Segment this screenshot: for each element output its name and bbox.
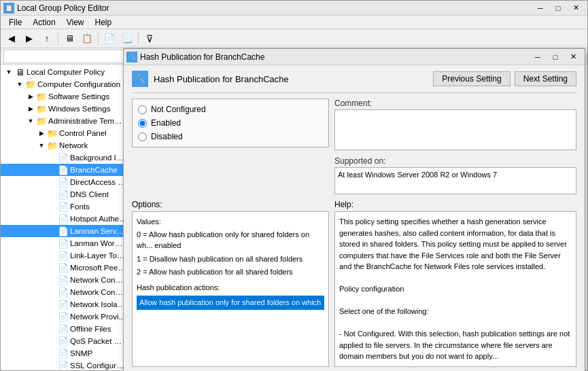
tree-item-fonts[interactable]: 📄 Fonts: [1, 200, 126, 213]
dialog-row2: Values: 0 = Allow hash publication only …: [132, 211, 576, 367]
dialog-maximize-button[interactable]: □: [547, 50, 564, 65]
menu-file[interactable]: File: [3, 16, 27, 29]
menu-action[interactable]: Action: [27, 16, 60, 29]
filter-button[interactable]: ⊽: [141, 31, 158, 46]
tree-item-ssl[interactable]: 📄 SSL Configura...: [1, 359, 126, 370]
folder-icon: 📄: [58, 336, 69, 347]
options-line-0: 0 = Allow hash publication only for shar…: [137, 229, 324, 251]
toolbar-separator-1: [58, 33, 58, 45]
folder-icon: 📄: [58, 201, 69, 212]
tree-item-software-settings[interactable]: ▶ 📁 Software Settings: [1, 90, 126, 103]
options-label: Options:: [132, 200, 329, 209]
tree-item-branch-cache[interactable]: 📄 BranchCache: [1, 164, 126, 176]
minimize-button[interactable]: ─: [532, 1, 549, 16]
tree-item-hotspot[interactable]: 📄 Hotspot Authe...: [1, 213, 126, 225]
tree-panel: ▼ 🖥 Local Computer Policy ▼ 📁 Computer C…: [1, 65, 126, 370]
radio-not-configured-label[interactable]: Not Configured: [151, 105, 206, 114]
tree-item-dns-client[interactable]: 📄 DNS Client: [1, 188, 126, 200]
tree-item-lanman-server[interactable]: 📄 Lanman Serve...: [1, 225, 126, 237]
tree-item-local-computer-policy[interactable]: ▼ 🖥 Local Computer Policy: [1, 66, 126, 78]
tree-item-ms-peer[interactable]: 📄 Microsoft Peer...: [1, 262, 126, 274]
options-highlighted[interactable]: Allow hash publication only for shared f…: [137, 296, 324, 310]
tree-label: Network Conn...: [70, 276, 126, 284]
tree-label: Windows Settings: [48, 105, 110, 113]
tree-label: Lanman Works...: [70, 239, 126, 247]
tree-item-network-isol[interactable]: 📄 Network Isolat...: [1, 298, 126, 311]
tree-item-windows-settings[interactable]: ▶ 📁 Windows Settings: [1, 103, 126, 115]
window-title: Local Group Policy Editor: [17, 3, 532, 13]
tree-label: Network Conn...: [70, 288, 126, 296]
dialog-row1: Not Configured Enabled Disabled: [132, 99, 576, 194]
dialog-close-button[interactable]: ✕: [564, 50, 582, 65]
folder-icon: 📄: [58, 360, 69, 370]
tree-item-qos[interactable]: 📄 QoS Packet Sc...: [1, 335, 126, 347]
expander-icon: ▶: [25, 91, 36, 102]
maximize-button[interactable]: □: [549, 1, 567, 16]
tree-label: Network Provi...: [70, 313, 125, 321]
radio-disabled-label[interactable]: Disabled: [151, 132, 183, 141]
dialog-title-text: Hash Publication for BranchCache: [140, 52, 529, 62]
tree-label: Link-Layer Top...: [70, 251, 126, 260]
options-values-label: Values:: [137, 216, 324, 228]
help-button[interactable]: 📃: [119, 31, 135, 46]
app-icon: 📋: [3, 3, 14, 14]
prev-setting-button[interactable]: Previous Setting: [433, 71, 510, 86]
dialog-header: 🔧 Hash Publication for BranchCache Previ…: [132, 71, 576, 93]
folder-icon: 📄: [58, 287, 69, 298]
radio-not-configured-input[interactable]: [138, 105, 147, 114]
expander-icon: ▼: [14, 79, 25, 90]
tree-label: Offline Files: [70, 325, 111, 333]
tree-label: QoS Packet Sc...: [70, 337, 126, 345]
tree-label: BranchCache: [70, 166, 118, 174]
folder-icon: 📄: [58, 275, 69, 285]
toolbar: ◀ ▶ ↑ 🖥 📋 📄 📃 ⊽: [1, 29, 587, 48]
menu-view[interactable]: View: [61, 16, 90, 29]
dialog-minimize-button[interactable]: ─: [529, 50, 547, 65]
radio-enabled-label[interactable]: Enabled: [151, 118, 181, 128]
folder-icon: 📄: [58, 250, 69, 261]
menu-help[interactable]: Help: [90, 16, 118, 29]
next-setting-button[interactable]: Next Setting: [515, 71, 576, 86]
dialog-content: 🔧 Hash Publication for BranchCache Previ…: [124, 65, 585, 371]
main-window: 📋 Local Group Policy Editor ─ □ ✕ File A…: [0, 0, 588, 371]
new-window-button[interactable]: 📄: [101, 31, 118, 46]
tree-label: Fonts: [70, 202, 90, 211]
back-button[interactable]: ◀: [3, 31, 20, 46]
tree-item-link-layer[interactable]: 📄 Link-Layer Top...: [1, 249, 126, 262]
up-button[interactable]: ↑: [39, 31, 55, 46]
comment-label: Comment:: [334, 99, 576, 108]
radio-disabled-input[interactable]: [138, 132, 147, 141]
folder-icon: 📁: [36, 103, 47, 114]
supported-value: At least Windows Server 2008 R2 or Windo…: [334, 167, 576, 194]
folder-icon: 📄: [58, 152, 69, 163]
radio-not-configured: Not Configured: [138, 105, 323, 114]
tree-label: Microsoft Peer...: [70, 264, 126, 272]
dialog-title-icon: 🔧: [126, 52, 137, 63]
show-hide-button[interactable]: 🖥: [61, 31, 77, 46]
tree-item-lanman-works[interactable]: 📄 Lanman Works...: [1, 237, 126, 249]
tree-item-network-prov[interactable]: 📄 Network Provi...: [1, 311, 126, 323]
tree-item-network-conn2[interactable]: 📄 Network Conn...: [1, 286, 126, 298]
expander-icon: ▼: [3, 67, 14, 77]
options-line-1: 1 = Disallow hash publication on all sha…: [137, 253, 324, 265]
tree-item-background[interactable]: 📄 Background In...: [1, 152, 126, 164]
properties-button[interactable]: 📋: [79, 31, 95, 46]
forward-button[interactable]: ▶: [21, 31, 37, 46]
tree-item-snmp[interactable]: 📄 SNMP: [1, 347, 126, 359]
title-bar-buttons: ─ □ ✕: [532, 1, 585, 16]
options-actions-label: Hash publication actions:: [137, 282, 324, 294]
tree-item-offline-files[interactable]: 📄 Offline Files: [1, 323, 126, 335]
tree-label: Network: [59, 141, 88, 149]
tree-item-network-conn1[interactable]: 📄 Network Conn...: [1, 274, 126, 286]
tree-item-control-panel[interactable]: ▶ 📁 Control Panel: [1, 127, 126, 139]
tree-item-computer-config[interactable]: ▼ 📁 Computer Configuration: [1, 78, 126, 90]
comment-textarea[interactable]: [334, 109, 576, 150]
tree-item-network[interactable]: ▼ 📁 Network: [1, 139, 126, 152]
radio-enabled-input[interactable]: [138, 119, 147, 128]
expander-icon: ▶: [25, 103, 36, 114]
close-button[interactable]: ✕: [567, 1, 585, 16]
dialog-title-bar: 🔧 Hash Publication for BranchCache ─ □ ✕: [124, 49, 585, 65]
tree-item-direct-access[interactable]: 📄 DirectAccess C...: [1, 176, 126, 188]
toolbar-separator-2: [98, 33, 99, 45]
tree-item-admin-templates[interactable]: ▼ 📁 Administrative Templ...: [1, 115, 126, 127]
